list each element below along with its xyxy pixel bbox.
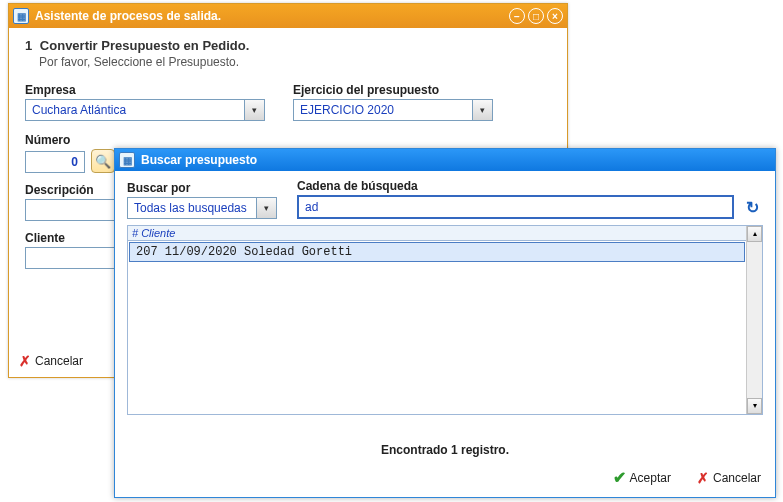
check-icon: ✔ [613,468,626,487]
numero-label: Número [25,133,551,147]
accept-label: Aceptar [630,471,671,485]
cliente-label: Cliente [25,231,121,245]
x-icon: ✗ [19,353,31,369]
list-item[interactable]: 207 11/09/2020 Soledad Goretti [129,242,745,262]
step-number: 1 [25,38,32,53]
accept-button[interactable]: ✔ Aceptar [613,468,671,487]
cancel-label: Cancelar [713,471,761,485]
cancel-button[interactable]: ✗ Cancelar [19,353,83,369]
buscar-por-value: Todas las busquedas [128,201,256,215]
scroll-up-icon[interactable]: ▴ [747,226,762,242]
empresa-combo[interactable]: Cuchara Atlántica ▾ [25,99,265,121]
numero-input[interactable] [25,151,85,173]
status-text: Encontrado 1 registro. [127,443,763,457]
wizard-titlebar[interactable]: ▦ Asistente de procesos de salida. − □ × [9,4,567,28]
search-icon[interactable]: 🔍 [91,149,115,173]
x-icon: ✗ [697,470,709,486]
search-title: Buscar presupuesto [141,153,257,167]
step-heading: 1 Convertir Presupuesto en Pedido. [25,38,551,53]
ejercicio-combo[interactable]: EJERCICIO 2020 ▾ [293,99,493,121]
ejercicio-label: Ejercicio del presupuesto [293,83,493,97]
scroll-track[interactable] [747,242,762,398]
results-header[interactable]: # Cliente [128,226,746,241]
cliente-input[interactable] [25,247,121,269]
scroll-down-icon[interactable]: ▾ [747,398,762,414]
empresa-value: Cuchara Atlántica [26,103,244,117]
close-icon[interactable]: × [547,8,563,24]
cancel-button[interactable]: ✗ Cancelar [697,468,761,487]
app-icon: ▦ [119,152,135,168]
buscar-por-combo[interactable]: Todas las busquedas ▾ [127,197,277,219]
ejercicio-value: EJERCICIO 2020 [294,103,472,117]
empresa-label: Empresa [25,83,265,97]
step-subtitle: Por favor, Seleccione el Presupuesto. [39,55,551,69]
chevron-down-icon[interactable]: ▾ [256,198,276,218]
search-titlebar[interactable]: ▦ Buscar presupuesto [115,149,775,171]
chevron-down-icon[interactable]: ▾ [244,100,264,120]
cadena-input[interactable] [297,195,734,219]
refresh-icon[interactable]: ↻ [742,198,763,217]
descripcion-input[interactable] [25,199,121,221]
maximize-icon[interactable]: □ [528,8,544,24]
descripcion-label: Descripción [25,183,121,197]
buscar-por-label: Buscar por [127,181,277,195]
results-list: # Cliente 207 11/09/2020 Soledad Goretti… [127,225,763,415]
scrollbar[interactable]: ▴ ▾ [746,226,762,414]
chevron-down-icon[interactable]: ▾ [472,100,492,120]
search-window: ▦ Buscar presupuesto Buscar por Todas la… [114,148,776,498]
minimize-icon[interactable]: − [509,8,525,24]
cancel-label: Cancelar [35,354,83,368]
cadena-label: Cadena de búsqueda [297,179,763,193]
app-icon: ▦ [13,8,29,24]
step-title: Convertir Presupuesto en Pedido. [40,38,250,53]
wizard-title: Asistente de procesos de salida. [35,9,221,23]
